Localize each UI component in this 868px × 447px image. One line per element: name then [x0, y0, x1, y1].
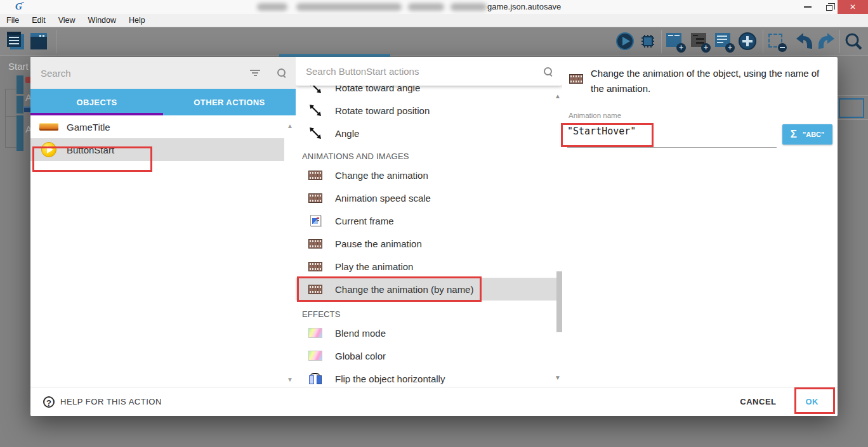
action-label: Blend mode — [335, 328, 386, 339]
frame-icon — [296, 215, 335, 226]
event-bracket-line — [5, 116, 16, 117]
action-row[interactable]: Flip the object horizontally — [296, 367, 557, 387]
play-icon[interactable] — [615, 32, 635, 51]
action-label: Change the animation — [335, 170, 428, 181]
help-button[interactable]: ? HELP FOR THIS ACTION — [43, 396, 162, 408]
scrollbar-down-arrow[interactable]: ▼ — [555, 374, 561, 381]
action-label: Change the animation (by name) — [335, 284, 473, 295]
undo-icon[interactable] — [794, 32, 813, 51]
action-row[interactable]: Blend mode — [296, 321, 557, 344]
scrollbar-up-arrow[interactable]: ▲ — [287, 122, 293, 129]
event-row-divider — [838, 95, 868, 96]
film-icon — [296, 262, 335, 271]
menu-view[interactable]: View — [52, 14, 82, 27]
menu-edit[interactable]: Edit — [25, 14, 52, 27]
restore-button[interactable] — [820, 0, 839, 14]
close-button[interactable]: ✕ — [838, 0, 868, 14]
objects-search-input[interactable] — [30, 68, 250, 79]
input-underline — [567, 147, 777, 148]
gdevelop-logo-icon: Ɠ — [15, 1, 27, 13]
question-mark-icon: ? — [43, 396, 55, 408]
color-icon — [296, 351, 335, 361]
action-label: Flip the object horizontally — [335, 373, 445, 384]
animation-name-input[interactable] — [567, 126, 777, 137]
objects-search-bar — [30, 57, 296, 89]
project-manager-icon[interactable] — [6, 32, 25, 51]
redo-icon[interactable] — [817, 32, 836, 51]
scrollbar-thumb[interactable] — [556, 271, 562, 332]
action-section-header: EFFECTS — [296, 301, 557, 321]
ok-button[interactable]: OK — [806, 397, 819, 406]
scrollbar-down-arrow[interactable]: ▼ — [287, 376, 293, 383]
animation-name-label: Animation name — [569, 112, 621, 119]
toolbar-separator — [661, 30, 662, 53]
action-row[interactable]: Play the animation — [296, 255, 557, 278]
cancel-button[interactable]: CANCEL — [740, 397, 776, 406]
tab-objects[interactable]: OBJECTS — [30, 89, 163, 115]
event-bracket-line — [5, 89, 16, 89]
menu-help[interactable]: Help — [122, 14, 152, 27]
flip-icon — [296, 373, 335, 384]
tab-other-actions[interactable]: OTHER ACTIONS — [163, 89, 296, 115]
help-label: HELP FOR THIS ACTION — [60, 397, 162, 406]
action-row[interactable]: Global color — [296, 344, 557, 367]
event-row-divider — [838, 119, 868, 120]
expression-editor-button[interactable]: Σ "ABC" — [782, 124, 832, 145]
event-row-bar — [16, 96, 23, 113]
selected-event-outline — [839, 98, 864, 118]
action-section-header: ANIMATIONS AND IMAGES — [296, 145, 557, 164]
event-bracket-line — [5, 147, 16, 148]
add-event-icon[interactable]: + — [665, 32, 684, 51]
filter-icon[interactable] — [250, 68, 260, 77]
diagonal-arrow-icon — [296, 127, 335, 139]
action-row[interactable]: Rotate toward position — [296, 99, 557, 122]
scrollbar-up-arrow[interactable]: ▲ — [555, 93, 561, 100]
action-row[interactable]: Current frame — [296, 209, 557, 232]
abc-label: "ABC" — [803, 131, 824, 138]
action-label: Pause the animation — [335, 238, 422, 249]
instruction-editor-dialog: OBJECTS OTHER ACTIONS GameTitle ButtonSt… — [30, 57, 838, 416]
action-label: Animation speed scale — [335, 193, 431, 204]
sigma-icon: Σ — [791, 128, 797, 141]
remove-selection-icon[interactable] — [766, 32, 786, 51]
search-icon[interactable] — [844, 32, 863, 51]
redacted-title-text — [450, 3, 487, 11]
diagonal-arrow-icon — [296, 104, 335, 117]
minimize-button[interactable] — [798, 0, 817, 14]
add-icon[interactable] — [738, 32, 757, 51]
action-row-selected[interactable]: Change the animation (by name) — [296, 278, 557, 301]
object-row-gametitle[interactable]: GameTitle — [30, 115, 284, 138]
add-comment-icon[interactable]: + — [714, 32, 733, 51]
object-row-buttonstart[interactable]: ButtonStart — [30, 138, 284, 161]
menu-file[interactable]: File — [0, 14, 25, 27]
scene-window-icon[interactable] — [29, 32, 48, 51]
film-icon — [296, 239, 335, 249]
toolbar-separator — [839, 30, 840, 53]
action-description: Change the animation of the object, usin… — [591, 66, 827, 96]
action-row[interactable]: Angle — [296, 122, 557, 145]
redacted-title-text — [408, 3, 444, 11]
object-list: GameTitle ButtonStart — [30, 115, 284, 161]
objects-tab-bar: OBJECTS OTHER ACTIONS — [30, 89, 296, 115]
add-subevent-icon[interactable]: + — [690, 32, 709, 51]
event-row-bar — [16, 115, 23, 151]
action-label: Rotate toward position — [335, 105, 430, 116]
debug-icon[interactable] — [638, 32, 657, 51]
film-icon — [296, 171, 335, 180]
action-label: Global color — [335, 351, 386, 361]
scene-tab[interactable]: Start P — [8, 61, 30, 72]
object-name: GameTitle — [67, 122, 110, 133]
color-icon — [296, 328, 335, 338]
film-icon — [569, 74, 583, 84]
actions-search-input[interactable] — [296, 66, 543, 77]
actions-search-bar — [296, 57, 562, 86]
objects-panel: OBJECTS OTHER ACTIONS GameTitle ButtonSt… — [30, 57, 296, 387]
menu-window[interactable]: Window — [82, 14, 122, 27]
event-row-bar — [16, 75, 23, 94]
action-label: Play the animation — [335, 261, 413, 272]
action-row[interactable]: Change the animation — [296, 164, 557, 186]
object-name: ButtonStart — [67, 145, 114, 155]
action-row[interactable]: Pause the animation — [296, 232, 557, 255]
action-row[interactable]: Animation speed scale — [296, 186, 557, 209]
gametitle-thumbnail — [30, 123, 67, 131]
